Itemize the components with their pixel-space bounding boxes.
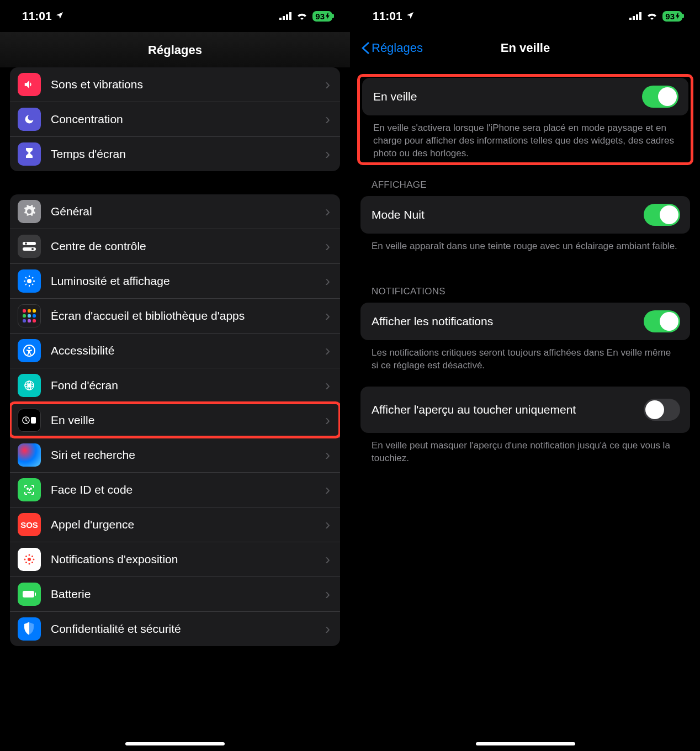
svg-point-34 bbox=[25, 562, 27, 563]
battery-settings-icon bbox=[18, 583, 41, 606]
chevron-right-icon: › bbox=[325, 237, 330, 255]
svg-rect-24 bbox=[31, 417, 36, 424]
chevron-right-icon: › bbox=[325, 620, 330, 638]
svg-line-13 bbox=[25, 277, 26, 278]
svg-point-5 bbox=[25, 242, 27, 245]
preview-touch-footer: En veille peut masquer l'aperçu d'une no… bbox=[360, 433, 690, 465]
notifications-group-1: Afficher les notifications bbox=[360, 303, 690, 340]
svg-rect-1 bbox=[283, 16, 285, 20]
row-ecran-accueil[interactable]: Écran d'accueil et bibliothèque d'apps › bbox=[10, 298, 340, 333]
home-indicator[interactable] bbox=[125, 742, 225, 745]
row-batterie[interactable]: Batterie › bbox=[10, 577, 340, 611]
svg-point-7 bbox=[31, 248, 34, 250]
moon-icon bbox=[18, 108, 41, 131]
svg-rect-40 bbox=[636, 14, 638, 20]
nav-header: Réglages En veille bbox=[351, 32, 700, 64]
row-en-veille[interactable]: En veille › bbox=[10, 403, 340, 437]
face-id-icon bbox=[18, 478, 41, 501]
status-bar: 11:01 93 bbox=[0, 0, 350, 32]
privacy-icon bbox=[18, 617, 41, 641]
row-fond-ecran[interactable]: Fond d'écran › bbox=[10, 368, 340, 403]
row-face-id[interactable]: Face ID et code › bbox=[10, 472, 340, 507]
row-preview-touch[interactable]: Afficher l'aperçu au toucher uniquement bbox=[360, 387, 690, 433]
row-standby-toggle[interactable]: En veille bbox=[362, 78, 688, 115]
chevron-right-icon: › bbox=[325, 110, 330, 128]
preview-touch-toggle[interactable] bbox=[644, 399, 680, 421]
chevron-right-icon: › bbox=[325, 342, 330, 359]
chevron-right-icon: › bbox=[325, 76, 330, 93]
wifi-icon bbox=[296, 9, 308, 23]
svg-point-26 bbox=[30, 488, 31, 489]
row-accessibilite[interactable]: Accessibilité › bbox=[10, 333, 340, 368]
svg-rect-4 bbox=[23, 242, 36, 245]
svg-point-33 bbox=[31, 556, 33, 557]
svg-rect-3 bbox=[289, 12, 291, 20]
page-header: Réglages bbox=[0, 32, 350, 67]
wifi-icon bbox=[646, 9, 658, 23]
svg-point-27 bbox=[28, 558, 31, 561]
standby-icon bbox=[18, 409, 41, 432]
row-show-notifications[interactable]: Afficher les notifications bbox=[360, 303, 690, 340]
row-appel-urgence[interactable]: SOS Appel d'urgence › bbox=[10, 507, 340, 542]
status-bar: 11:01 93 bbox=[351, 0, 700, 32]
svg-point-32 bbox=[25, 556, 27, 557]
accessibility-icon bbox=[18, 339, 41, 362]
svg-rect-36 bbox=[23, 591, 34, 597]
cellular-icon bbox=[629, 9, 641, 23]
row-notifications-exposition[interactable]: Notifications d'exposition › bbox=[10, 542, 340, 577]
chevron-right-icon: › bbox=[325, 551, 330, 568]
chevron-right-icon: › bbox=[325, 516, 330, 533]
settings-group-1: Sons et vibrations › Concentration › Tem… bbox=[10, 67, 340, 171]
svg-point-18 bbox=[28, 347, 30, 349]
brightness-icon bbox=[18, 269, 41, 293]
home-indicator[interactable] bbox=[476, 742, 575, 745]
svg-point-25 bbox=[27, 488, 28, 489]
back-button[interactable]: Réglages bbox=[362, 41, 423, 55]
battery-icon: 93 bbox=[662, 11, 682, 22]
svg-point-8 bbox=[27, 279, 31, 283]
row-concentration[interactable]: Concentration › bbox=[10, 102, 340, 136]
standby-settings-screen: 11:01 93 Réglages En veille bbox=[350, 0, 700, 751]
row-general[interactable]: Général › bbox=[10, 194, 340, 229]
row-night-mode[interactable]: Mode Nuit bbox=[360, 196, 690, 234]
row-centre-controle[interactable]: Centre de contrôle › bbox=[10, 229, 340, 263]
row-temps-ecran[interactable]: Temps d'écran › bbox=[10, 136, 340, 171]
svg-point-20 bbox=[28, 384, 31, 387]
svg-rect-0 bbox=[279, 18, 282, 20]
status-time: 11:01 bbox=[22, 9, 52, 23]
row-siri[interactable]: Siri et recherche › bbox=[10, 437, 340, 472]
row-sons-vibrations[interactable]: Sons et vibrations › bbox=[10, 67, 340, 102]
apps-icon bbox=[18, 304, 41, 327]
sos-icon: SOS bbox=[18, 513, 41, 536]
chevron-right-icon: › bbox=[325, 307, 330, 325]
chevron-right-icon: › bbox=[325, 203, 330, 220]
row-confidentialite[interactable]: Confidentialité et sécurité › bbox=[10, 611, 340, 646]
location-icon bbox=[55, 9, 64, 23]
chevron-right-icon: › bbox=[325, 411, 330, 429]
svg-rect-38 bbox=[629, 18, 632, 20]
standby-toggle[interactable] bbox=[642, 86, 678, 108]
battery-icon: 93 bbox=[312, 11, 332, 22]
chevron-right-icon: › bbox=[325, 446, 330, 464]
display-header: AFFICHAGE bbox=[360, 179, 690, 196]
gear-icon bbox=[18, 200, 41, 223]
chevron-right-icon: › bbox=[325, 481, 330, 499]
svg-point-28 bbox=[29, 554, 30, 556]
siri-icon bbox=[18, 443, 41, 467]
night-mode-toggle[interactable] bbox=[644, 204, 680, 226]
svg-point-30 bbox=[24, 559, 26, 560]
svg-point-31 bbox=[33, 559, 35, 560]
show-notifications-toggle[interactable] bbox=[644, 310, 680, 332]
show-notifications-footer: Les notifications critiques seront toujo… bbox=[360, 340, 690, 372]
svg-point-29 bbox=[29, 563, 30, 565]
notifications-group-2: Afficher l'aperçu au toucher uniquement bbox=[360, 387, 690, 433]
svg-line-15 bbox=[25, 284, 26, 285]
svg-line-14 bbox=[32, 284, 33, 285]
standby-footer: En veille s'activera lorsque l'iPhone se… bbox=[362, 115, 688, 160]
svg-rect-6 bbox=[23, 247, 36, 251]
row-luminosite[interactable]: Luminosité et affichage › bbox=[10, 263, 340, 298]
wallpaper-icon bbox=[18, 374, 41, 397]
control-center-icon bbox=[18, 235, 41, 258]
hourglass-icon bbox=[18, 142, 41, 166]
settings-group-2: Général › Centre de contrôle › Luminosit… bbox=[10, 194, 340, 646]
